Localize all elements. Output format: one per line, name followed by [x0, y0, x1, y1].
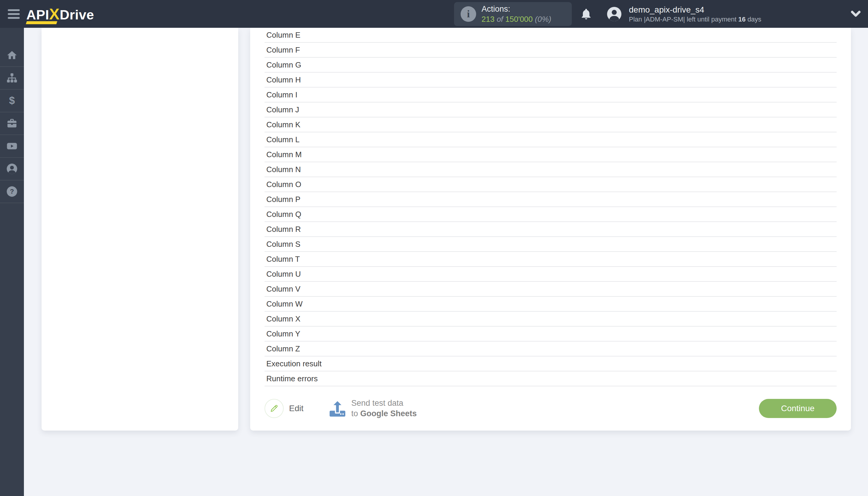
sidebar-item-services[interactable]	[0, 112, 24, 135]
field-row-label: Runtime errors	[266, 374, 318, 383]
field-row[interactable]: Column S	[264, 237, 837, 252]
field-row[interactable]: Runtime errors	[264, 371, 837, 386]
main-content: Column E Column F Column G Column H	[24, 28, 868, 496]
upload-icon	[329, 400, 347, 417]
left-panel	[42, 28, 238, 431]
top-bar: APIXDrive i Actions: 213 of 150'000 (0%)…	[0, 0, 868, 28]
help-icon: ?	[6, 186, 18, 197]
logo-text-api: API	[26, 7, 49, 22]
chevron-down-icon[interactable]	[851, 11, 861, 18]
briefcase-icon	[6, 118, 17, 129]
field-row[interactable]: Column H	[264, 73, 837, 88]
field-row-label: Column R	[266, 225, 301, 234]
user-plan: Plan |ADM-AP-SM| left until payment 16 d…	[629, 15, 761, 24]
field-row-label: Column L	[266, 135, 300, 144]
field-row[interactable]: Column Q	[264, 207, 837, 222]
youtube-icon	[6, 140, 18, 152]
sidebar-item-help[interactable]: ?	[0, 181, 24, 203]
svg-text:?: ?	[10, 188, 14, 195]
sidebar-item-home[interactable]	[0, 44, 24, 67]
avatar-icon[interactable]	[607, 6, 622, 21]
actions-percent: (0%)	[535, 15, 551, 24]
home-icon	[6, 50, 18, 61]
field-row[interactable]: Column Z	[264, 342, 837, 356]
field-row[interactable]: Column G	[264, 58, 837, 73]
profile-icon	[6, 163, 18, 174]
sidebar-nav: $	[0, 44, 24, 203]
field-row-label: Column T	[266, 254, 300, 264]
field-row-label: Column Y	[266, 329, 300, 339]
field-row[interactable]: Column X	[264, 312, 837, 327]
field-row[interactable]: Column F	[264, 43, 837, 58]
actions-total: 150'000	[505, 15, 533, 24]
svg-text:$: $	[9, 95, 15, 106]
logo-text-x: X	[49, 5, 60, 23]
sidebar-item-billing[interactable]: $	[0, 90, 24, 112]
menu-icon[interactable]	[8, 9, 20, 19]
field-row-label: Column M	[266, 150, 302, 159]
edit-button[interactable]: Edit	[264, 399, 303, 418]
actions-used: 213	[482, 15, 494, 24]
structure-icon	[6, 72, 18, 84]
sidebar: $	[0, 28, 24, 496]
field-row-label: Column J	[266, 105, 299, 114]
field-row-label: Column O	[266, 180, 301, 189]
field-row[interactable]: Column L	[264, 133, 837, 147]
sidebar-item-structure[interactable]	[0, 67, 24, 90]
continue-button[interactable]: Continue	[759, 399, 837, 418]
actions-usage: 213 of 150'000 (0%)	[482, 14, 551, 24]
actions-counter[interactable]: i Actions: 213 of 150'000 (0%)	[454, 2, 572, 26]
field-row[interactable]: Column W	[264, 297, 837, 312]
send-target-app: Google Sheets	[360, 409, 417, 418]
field-row-label: Column K	[266, 120, 300, 129]
fields-list: Column E Column F Column G Column H	[250, 28, 851, 386]
bell-icon[interactable]	[580, 7, 592, 21]
field-row-label: Column P	[266, 195, 300, 204]
field-row[interactable]: Column T	[264, 252, 837, 267]
sidebar-item-profile[interactable]	[0, 158, 24, 181]
field-row-label: Column X	[266, 314, 300, 324]
send-test-line1: Send test data	[351, 398, 417, 408]
field-row-label: Column W	[266, 299, 303, 309]
actions-label: Actions:	[482, 4, 551, 14]
field-row[interactable]: Column R	[264, 222, 837, 237]
field-row[interactable]: Column U	[264, 267, 837, 282]
logo[interactable]: APIXDrive	[26, 5, 94, 23]
field-row-label: Column I	[266, 90, 298, 99]
field-row[interactable]: Execution result	[264, 356, 837, 371]
sidebar-item-youtube[interactable]	[0, 135, 24, 158]
billing-icon: $	[6, 95, 18, 106]
field-row[interactable]: Column P	[264, 192, 837, 207]
edit-label: Edit	[289, 404, 303, 413]
actions-of: of	[497, 15, 503, 24]
field-row[interactable]: Column Y	[264, 327, 837, 342]
field-row-label: Execution result	[266, 359, 322, 368]
field-row[interactable]: Column V	[264, 282, 837, 297]
field-row[interactable]: Column J	[264, 103, 837, 118]
field-row-label: Column Q	[266, 210, 301, 219]
logo-text-drive: Drive	[60, 7, 94, 22]
send-test-line2: to Google Sheets	[351, 408, 417, 419]
field-row-label: Column F	[266, 45, 300, 55]
field-row[interactable]: Column M	[264, 147, 837, 162]
field-row[interactable]: Column N	[264, 162, 837, 177]
field-row-label: Column H	[266, 75, 301, 84]
field-row[interactable]: Column O	[264, 177, 837, 192]
field-row-label: Column S	[266, 239, 300, 249]
field-row-label: Column N	[266, 165, 301, 174]
user-name: demo_apix-drive_s4	[629, 4, 761, 15]
info-icon: i	[461, 6, 476, 22]
field-row[interactable]: Column E	[264, 28, 837, 43]
fields-panel-footer: Edit Send test data to Google Sheets	[250, 386, 851, 431]
field-row-label: Column G	[266, 60, 301, 69]
fields-panel: Column E Column F Column G Column H	[250, 28, 851, 431]
field-row-label: Column U	[266, 269, 301, 279]
field-row[interactable]: Column I	[264, 88, 837, 103]
user-menu[interactable]: demo_apix-drive_s4 Plan |ADM-AP-SM| left…	[629, 4, 761, 24]
send-test-data-button[interactable]: Send test data to Google Sheets	[329, 398, 417, 419]
days-left: 16	[738, 15, 745, 23]
field-row-label: Column Z	[266, 344, 300, 354]
field-row[interactable]: Column K	[264, 118, 837, 133]
pencil-icon	[264, 399, 284, 418]
field-row-label: Column E	[266, 30, 300, 40]
